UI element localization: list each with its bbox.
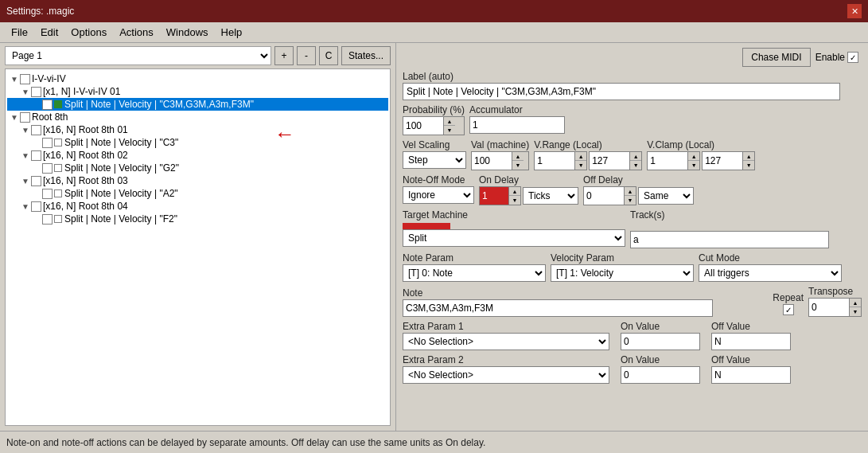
- transpose-input[interactable]: [809, 299, 849, 316]
- vrange-max-up[interactable]: ▲: [630, 152, 641, 161]
- val-machine-down[interactable]: ▼: [512, 161, 524, 170]
- val-machine-up[interactable]: ▲: [512, 152, 524, 161]
- tree-item-t11[interactable]: ▼[x16, N] Root 8th 04: [7, 200, 388, 213]
- off-delay-up[interactable]: ▲: [625, 187, 636, 196]
- target-machine-select[interactable]: Split: [403, 229, 625, 247]
- tree-checkbox[interactable]: [31, 87, 41, 97]
- tree-item-t5[interactable]: ▼[x16, N] Root 8th 01: [7, 123, 388, 136]
- tree-checkbox[interactable]: [31, 125, 41, 135]
- tree-checkbox[interactable]: [42, 100, 53, 110]
- extra-param2-onval-input[interactable]: [621, 366, 700, 384]
- close-button[interactable]: ✕: [847, 4, 862, 18]
- probability-up[interactable]: ▲: [444, 117, 455, 126]
- tree-checkbox[interactable]: [20, 112, 30, 123]
- menu-windows[interactable]: Windows: [160, 25, 215, 40]
- off-delay-spin[interactable]: ▲ ▼: [583, 186, 636, 205]
- tree-checkbox[interactable]: [20, 74, 30, 84]
- vrange-min-up[interactable]: ▲: [575, 152, 586, 161]
- off-delay-btns: ▲ ▼: [624, 187, 636, 205]
- remove-page-button[interactable]: -: [297, 46, 316, 65]
- probability-spin[interactable]: ▲ ▼: [403, 116, 465, 135]
- on-delay-up[interactable]: ▲: [509, 187, 520, 196]
- off-delay-input[interactable]: [584, 187, 624, 205]
- tree-item-label: [x16, N] Root 8th 03: [43, 175, 128, 186]
- vclamp-max-input[interactable]: [703, 152, 742, 170]
- tree-item-t10[interactable]: Split | Note | Velocity | "A2": [7, 187, 388, 200]
- vclamp-max-down[interactable]: ▼: [743, 161, 754, 170]
- vrange-max-input[interactable]: [590, 152, 629, 170]
- tree-checkbox[interactable]: [31, 176, 41, 186]
- tree-item-t7[interactable]: ▼[x16, N] Root 8th 02: [7, 149, 388, 162]
- menu-edit[interactable]: Edit: [34, 25, 64, 40]
- vclamp-max-spin[interactable]: ▲ ▼: [702, 151, 755, 170]
- extra-param1-row: Extra Param 1 <No Selection> On Value Of…: [403, 321, 862, 350]
- extra-param1-select[interactable]: <No Selection>: [403, 333, 609, 350]
- tree-item-t6[interactable]: Split | Note | Velocity | "C3": [7, 136, 388, 149]
- off-delay-label: Off Delay: [583, 174, 694, 185]
- extra-param2-select[interactable]: <No Selection>: [403, 366, 609, 384]
- extra-param2-offval-input[interactable]: [711, 366, 791, 384]
- enable-checkbox[interactable]: ✓: [847, 52, 858, 63]
- vclamp-min-up[interactable]: ▲: [688, 152, 699, 161]
- off-delay-unit-select[interactable]: Same: [638, 187, 694, 205]
- tree-item-t2[interactable]: ▼[x1, N] I-V-vi-IV 01: [7, 85, 388, 98]
- tree-checkbox[interactable]: [42, 214, 53, 225]
- vclamp-min-down[interactable]: ▼: [688, 161, 699, 170]
- tree-checkbox[interactable]: [31, 201, 41, 212]
- add-page-button[interactable]: +: [274, 46, 294, 65]
- tree-checkbox[interactable]: [42, 163, 53, 174]
- extra-param1-onval-input[interactable]: [621, 333, 700, 350]
- on-delay-down[interactable]: ▼: [509, 196, 520, 205]
- tree-item-t4[interactable]: ▼Root 8th: [7, 111, 388, 123]
- states-button[interactable]: States...: [341, 46, 391, 65]
- vclamp-min-spin[interactable]: ▲ ▼: [647, 151, 700, 170]
- extra-param1-offval-input[interactable]: [711, 333, 791, 350]
- tree-checkbox[interactable]: [42, 189, 53, 199]
- on-delay-input[interactable]: [480, 187, 508, 205]
- label-input[interactable]: [403, 83, 840, 100]
- vclamp-max-up[interactable]: ▲: [743, 152, 754, 161]
- tree-checkbox[interactable]: [31, 150, 41, 161]
- transpose-down[interactable]: ▼: [850, 307, 861, 316]
- repeat-checkbox[interactable]: ✓: [783, 304, 794, 315]
- note-input[interactable]: [403, 299, 713, 317]
- tree-item-t9[interactable]: ▼[x16, N] Root 8th 03: [7, 174, 388, 187]
- off-delay-down[interactable]: ▼: [625, 196, 636, 205]
- tracks-input[interactable]: [630, 231, 829, 248]
- vrange-min-input[interactable]: [535, 152, 574, 170]
- note-off-mode-select[interactable]: IgnoreOffSame: [403, 186, 474, 204]
- tree-checkbox[interactable]: [42, 138, 53, 148]
- vrange-min-spin[interactable]: ▲ ▼: [534, 151, 587, 170]
- probability-input[interactable]: [403, 117, 443, 135]
- top-right-row: Chase MIDI Enable ✓: [403, 48, 862, 67]
- vrange-min-down[interactable]: ▼: [575, 161, 586, 170]
- tree-view[interactable]: ▼I-V-vi-IV▼[x1, N] I-V-vi-IV 01Split | N…: [5, 68, 391, 426]
- tree-item-t1[interactable]: ▼I-V-vi-IV: [7, 72, 388, 85]
- on-delay-spin[interactable]: ▲ ▼: [479, 186, 521, 205]
- transpose-spin[interactable]: ▲ ▼: [808, 298, 862, 317]
- cut-mode-select[interactable]: All triggers: [699, 264, 842, 282]
- note-row: Note Repeat ✓ Transpose ▲ ▼: [403, 286, 862, 317]
- vel-scaling-select[interactable]: StepLinearNone: [403, 151, 466, 169]
- menu-help[interactable]: Help: [215, 25, 249, 40]
- vclamp-min-input[interactable]: [648, 152, 687, 170]
- vrange-max-spin[interactable]: ▲ ▼: [589, 151, 642, 170]
- menu-actions[interactable]: Actions: [113, 25, 160, 40]
- val-machine-spin[interactable]: ▲ ▼: [471, 151, 529, 170]
- vrange-max-down[interactable]: ▼: [630, 161, 641, 170]
- on-delay-unit-select[interactable]: Ticks: [523, 187, 578, 205]
- page-select[interactable]: Page 1: [5, 46, 271, 65]
- tree-item-t3[interactable]: Split | Note | Velocity | "C3M,G3M,A3m,F…: [7, 98, 388, 111]
- note-param-select[interactable]: [T] 0: Note: [403, 264, 546, 282]
- velocity-param-select[interactable]: [T] 1: Velocity: [551, 264, 694, 282]
- tree-item-t8[interactable]: Split | Note | Velocity | "G2": [7, 162, 388, 174]
- tree-item-t12[interactable]: Split | Note | Velocity | "F2": [7, 213, 388, 225]
- menu-options[interactable]: Options: [64, 25, 113, 40]
- transpose-up[interactable]: ▲: [850, 299, 861, 307]
- menu-file[interactable]: File: [5, 25, 34, 40]
- clear-page-button[interactable]: C: [319, 46, 338, 65]
- val-machine-input[interactable]: [472, 152, 512, 170]
- chase-midi-button[interactable]: Chase MIDI: [742, 48, 810, 67]
- probability-down[interactable]: ▼: [444, 126, 455, 135]
- accumulator-input[interactable]: [469, 116, 565, 134]
